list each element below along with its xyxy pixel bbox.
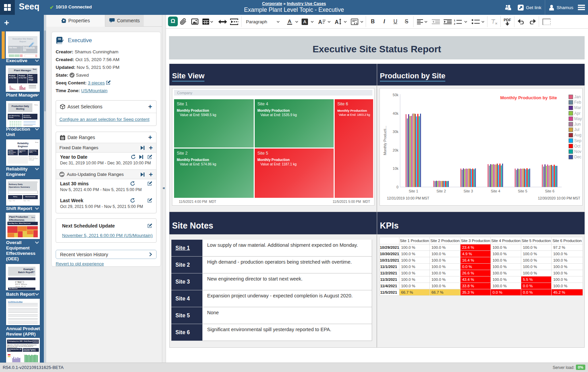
svg-text:A: A — [318, 19, 322, 25]
svg-text:Jun: Jun — [574, 122, 581, 127]
svg-text:Jul: Jul — [574, 127, 579, 132]
svg-text:Mar: Mar — [574, 105, 581, 110]
svg-text:Jan: Jan — [574, 95, 581, 99]
svg-text:A: A — [303, 19, 306, 24]
svg-text:Monthly Producti...: Monthly Producti... — [383, 126, 387, 155]
svg-text:✕: ✕ — [495, 22, 498, 25]
svg-text:Site 3: Site 3 — [464, 189, 473, 193]
svg-text:Dec: Dec — [574, 155, 581, 159]
svg-text:30k: 30k — [393, 130, 399, 134]
svg-text:2: 2 — [454, 22, 455, 25]
svg-text:Site 1: Site 1 — [409, 189, 418, 193]
svg-text:20k: 20k — [393, 148, 399, 152]
svg-text:Aug: Aug — [574, 133, 581, 137]
svg-text:A: A — [335, 19, 339, 25]
svg-text:12/30/2020 10:00 PM MST: 12/30/2020 10:00 PM MST — [538, 196, 581, 200]
svg-text:10k: 10k — [393, 166, 399, 170]
svg-text:50k: 50k — [393, 93, 399, 97]
svg-text:Monthly Production by Site: Monthly Production by Site — [500, 95, 557, 100]
svg-text:Oct: Oct — [574, 144, 581, 149]
svg-text:Site 2: Site 2 — [437, 189, 446, 193]
svg-text:1: 1 — [454, 19, 455, 22]
svg-text:Sep: Sep — [574, 138, 582, 143]
svg-text:Site 6: Site 6 — [545, 189, 555, 193]
svg-text:A: A — [288, 19, 291, 24]
svg-text:40k: 40k — [393, 111, 399, 115]
svg-text:0: 0 — [396, 185, 398, 189]
svg-text:Site 4: Site 4 — [491, 189, 500, 193]
svg-text:Nov: Nov — [574, 149, 581, 154]
svg-text:12/31/2019 10:00 PM MST: 12/31/2019 10:00 PM MST — [387, 196, 429, 200]
svg-text:Apr: Apr — [574, 111, 581, 116]
svg-text:Site 5: Site 5 — [518, 189, 527, 193]
svg-text:Feb: Feb — [574, 100, 581, 105]
svg-text:May: May — [574, 116, 582, 121]
